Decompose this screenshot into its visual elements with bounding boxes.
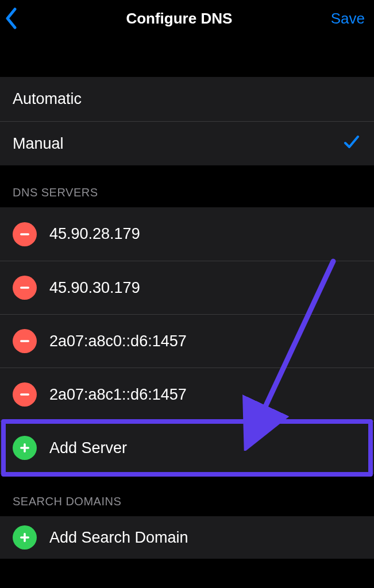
svg-rect-2 [20,340,29,342]
save-button[interactable]: Save [329,10,367,28]
add-server-label: Add Server [49,439,374,457]
svg-rect-7 [20,536,29,539]
svg-rect-0 [20,233,29,235]
check-icon [343,133,360,154]
svg-rect-3 [20,393,29,396]
dns-server-row[interactable]: 2a07:a8c0::d6:1457 [0,314,374,368]
dns-mode-group: Automatic Manual [0,77,374,165]
add-search-domain-label: Add Search Domain [49,529,374,547]
page-title: Configure DNS [30,10,329,28]
chevron-left-icon [5,7,17,29]
dns-server-value: 45.90.30.179 [49,279,374,297]
dns-server-value: 45.90.28.179 [49,225,374,243]
minus-icon [19,389,30,400]
remove-server-button[interactable] [13,276,37,300]
remove-server-button[interactable] [13,329,37,353]
back-button[interactable] [5,6,30,31]
remove-server-button[interactable] [13,382,37,407]
dns-servers-list: 45.90.28.179 45.90.30.179 2a07:a8c0::d6:… [0,207,374,474]
spacer [0,37,374,77]
add-search-domain-button[interactable] [13,525,37,550]
mode-automatic-label: Automatic [13,90,360,108]
dns-server-row[interactable]: 45.90.30.179 [0,261,374,314]
search-domains-list: Add Search Domain [0,516,374,559]
plus-icon [19,532,30,543]
search-domains-header: SEARCH DOMAINS [0,474,374,516]
dns-servers-header: DNS SERVERS [0,165,374,207]
dns-server-row[interactable]: 2a07:a8c1::d6:1457 [0,368,374,421]
add-server-row[interactable]: Add Server [0,421,374,474]
mode-manual-label: Manual [13,135,343,153]
minus-icon [19,229,30,240]
navbar: Configure DNS Save [0,0,374,37]
minus-icon [19,282,30,293]
mode-manual-row[interactable]: Manual [0,121,374,165]
dns-server-row[interactable]: 45.90.28.179 [0,207,374,261]
svg-rect-1 [20,287,29,289]
dns-server-value: 2a07:a8c0::d6:1457 [49,332,374,350]
minus-icon [19,335,30,347]
plus-icon [19,442,30,454]
add-server-button[interactable] [13,436,37,460]
add-search-domain-row[interactable]: Add Search Domain [0,516,374,559]
dns-server-value: 2a07:a8c1::d6:1457 [49,386,374,404]
mode-automatic-row[interactable]: Automatic [0,77,374,121]
svg-rect-5 [20,447,29,449]
remove-server-button[interactable] [13,222,37,246]
